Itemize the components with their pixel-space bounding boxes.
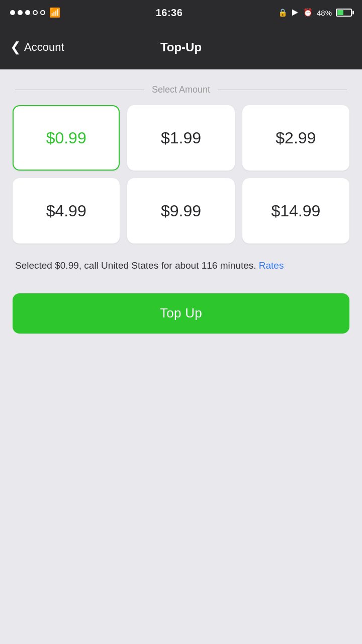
amount-price-199: $1.99 (161, 129, 201, 147)
back-chevron-icon: ❮ (10, 40, 21, 53)
dot-4 (33, 10, 38, 15)
dot-3 (25, 10, 30, 15)
page-title: Top-Up (160, 40, 202, 54)
amount-price-499: $4.99 (46, 202, 86, 220)
divider-right (218, 90, 347, 90)
info-main-text: Selected $0.99, call United States for a… (15, 260, 259, 271)
dot-1 (10, 10, 15, 15)
status-right: 🔒 ⯈ ⏰ 48% (278, 8, 352, 17)
back-label: Account (24, 41, 64, 54)
main-content: Select Amount $0.99 $1.99 $2.99 $4.99 $9… (0, 69, 362, 354)
battery-container (336, 9, 352, 17)
amount-card-099[interactable]: $0.99 (13, 105, 120, 171)
amount-price-1499: $14.99 (271, 202, 320, 220)
signal-dots (10, 10, 45, 15)
amount-price-299: $2.99 (276, 129, 316, 147)
amount-card-199[interactable]: $1.99 (127, 105, 234, 171)
amount-card-1499[interactable]: $14.99 (242, 178, 349, 244)
info-text: Selected $0.99, call United States for a… (0, 254, 362, 293)
status-bar: 📶 16:36 🔒 ⯈ ⏰ 48% (0, 0, 362, 25)
battery-fill (337, 10, 343, 15)
alarm-icon: ⏰ (303, 8, 313, 17)
status-left: 📶 (10, 7, 60, 18)
dot-2 (18, 10, 23, 15)
amount-price-999: $9.99 (161, 202, 201, 220)
amount-grid: $0.99 $1.99 $2.99 $4.99 $9.99 $14.99 (0, 105, 362, 254)
section-title: Select Amount (152, 85, 210, 95)
topup-button-container: Top Up (0, 293, 362, 354)
battery-icon (336, 9, 352, 17)
topup-button[interactable]: Top Up (13, 293, 349, 334)
amount-price-099: $0.99 (46, 129, 86, 147)
wifi-icon: 📶 (49, 7, 60, 18)
amount-card-999[interactable]: $9.99 (127, 178, 234, 244)
location-icon: ⯈ (292, 9, 299, 17)
battery-percent: 48% (317, 9, 332, 17)
rates-link[interactable]: Rates (259, 260, 284, 271)
nav-bar: ❮ Account Top-Up (0, 25, 362, 69)
amount-card-299[interactable]: $2.99 (242, 105, 349, 171)
amount-card-499[interactable]: $4.99 (13, 178, 120, 244)
section-header: Select Amount (0, 69, 362, 105)
back-button[interactable]: ❮ Account (10, 41, 64, 54)
status-time: 16:36 (156, 7, 183, 19)
lock-icon: 🔒 (278, 8, 288, 17)
dot-5 (40, 10, 45, 15)
divider-left (15, 90, 144, 90)
